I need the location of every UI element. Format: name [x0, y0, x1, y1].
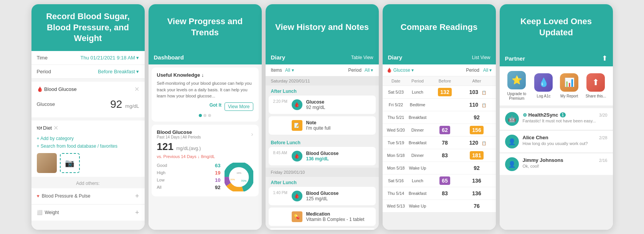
item4-value: 125 mg/dL: [306, 196, 371, 201]
close-diet-icon[interactable]: ✕: [53, 124, 58, 132]
table-row: Mon 5/18 Wake Up 92: [383, 162, 496, 175]
weight-row: ⬜ Weight +: [31, 205, 145, 221]
table-row: Wed 5/13 Wake Up 76: [383, 200, 496, 213]
search-food-link[interactable]: + Search from food database / favorites: [37, 142, 139, 150]
item1-value: 92 mg/dL: [306, 105, 371, 110]
td-before: 78: [430, 140, 460, 146]
td-date: Thu 5/21: [386, 115, 406, 120]
chat-item[interactable]: 👤 Alice Chen 2/28 How long do you usuall…: [500, 131, 613, 153]
share-action-icon: ⬆: [586, 73, 605, 92]
camera-icon: 📷: [65, 158, 74, 168]
close-glucose-icon[interactable]: ✕: [134, 86, 139, 93]
drop-icon: 💧: [534, 73, 553, 92]
partner-header: Partner ⬆: [500, 50, 613, 66]
chat-item[interactable]: 🤖 ⊕ Health2Sync 1 3/20 Fantastic! It mus…: [500, 108, 613, 130]
table-row: Fri 5/22 Bedtime 110 📋: [383, 99, 496, 111]
time-value[interactable]: Thu 01/21/2021 9:18 AM ▾: [81, 55, 139, 61]
td-period: Breakfast: [407, 140, 428, 145]
item3-title: Blood Glucose: [306, 151, 371, 156]
table-row: Mon 5/18 Dinner 83 181: [383, 149, 496, 162]
dashboard-title: Dashboard: [154, 54, 184, 61]
chat-item[interactable]: 👤 Jimmy Johnsons 2/16 Ok, cool!: [500, 153, 613, 175]
svg-text:20%: 20%: [230, 178, 235, 181]
high-label: High: [157, 170, 166, 175]
add-category-link[interactable]: + Add by category: [37, 135, 139, 142]
upgrade-item[interactable]: ⭐ Upgrade to Premium: [506, 71, 527, 101]
td-date: Thu 5/14: [386, 191, 406, 196]
screen4-header: Compare Readings: [383, 4, 496, 50]
td-after: 110 📋: [462, 102, 492, 108]
food-image: [37, 153, 57, 173]
item4-time: 1:40 PM: [273, 191, 288, 195]
report-item[interactable]: 📊 My Report: [560, 73, 578, 99]
filter-period-label: Period: [348, 68, 362, 73]
chat-content: Jimmy Johnsons 2/16 Ok, cool!: [523, 157, 608, 168]
td-after: 120 📋: [462, 140, 492, 146]
weight-label: ⬜ Weight: [37, 210, 59, 215]
screen4-body: Diary List View 🩸 Glucose ▾ Period All ▾…: [383, 50, 496, 230]
chat-text: Fantastic! It must not have been easy...: [523, 119, 608, 123]
table-row: Wed 5/20 Dinner 62 156: [383, 124, 496, 137]
item3-value: 136 mg/dL: [306, 156, 371, 161]
upgrade-label: Upgrade to Premium: [506, 92, 527, 101]
got-it-button[interactable]: Got It: [210, 102, 221, 111]
add-weight-button[interactable]: +: [135, 209, 139, 217]
period-filter-label: Period: [466, 68, 479, 73]
pie-chart: 10% 20% 70%: [225, 163, 253, 191]
glucose-filter[interactable]: 🩸 Glucose ▾: [386, 68, 414, 73]
period-row: Period Before Breakfast ▾: [31, 65, 145, 79]
filter-items-select[interactable]: All ▾: [285, 68, 294, 73]
td-date: Wed 5/20: [386, 128, 406, 132]
dashboard-header: Dashboard: [149, 50, 262, 64]
screen5-header: Keep Loved Ones Updated: [500, 4, 613, 50]
chat-list: 🤖 ⊕ Health2Sync 1 3/20 Fantastic! It mus…: [500, 106, 613, 178]
report-icon: 📊: [560, 73, 578, 92]
chevron-right-icon: ›: [251, 131, 253, 138]
td-before: 62: [430, 127, 460, 133]
compare-table: Sat 5/23 Lunch 132 103 📋 Fri 5/22 Bedtim…: [383, 86, 496, 213]
glucose-compare: vs. Previous 14 Days ↓ 8mg/dL: [157, 154, 253, 159]
diary-filter: Items All ▾ Period All ▾: [266, 64, 379, 76]
filter-period-select[interactable]: All ▾: [365, 68, 373, 73]
useful-knowledge-card: Useful Knowledge ↓ Self-monitoring of yo…: [152, 68, 259, 122]
td-period: Breakfast: [407, 191, 428, 196]
dot-3: [208, 114, 211, 117]
share-item[interactable]: ⬆ Share this...: [586, 73, 606, 99]
chat-name: Jimmy Johnsons: [523, 157, 563, 163]
td-date: Mon 5/18: [386, 153, 406, 158]
before-lunch-header: Before Lunch: [269, 137, 376, 147]
svg-text:70%: 70%: [241, 179, 246, 183]
view-more-button[interactable]: View More: [225, 102, 253, 111]
item5-title: Medication: [306, 211, 371, 217]
td-period: Lunch: [407, 90, 428, 94]
low-label: Low: [157, 178, 165, 182]
share-icon[interactable]: ⬆: [602, 54, 608, 63]
add-photo-button[interactable]: 📷: [60, 153, 80, 173]
partner-actions: ⭐ Upgrade to Premium 💧 Log A1c 📊 My Repo…: [500, 66, 613, 106]
td-period: Wake Up: [407, 204, 428, 208]
glucose-unit: mg/dL: [125, 103, 139, 109]
td-period: Dinner: [407, 153, 428, 158]
chat-avatar: 🤖: [505, 112, 519, 126]
add-blood-pressure-button[interactable]: +: [135, 192, 139, 200]
chat-content: ⊕ Health2Sync 1 3/20 Fantastic! It must …: [523, 112, 608, 123]
medication-icon: 💊: [292, 211, 302, 222]
td-after: 92: [462, 165, 492, 171]
table-row: Tue 5/19 Breakfast 78 120 📋: [383, 137, 496, 149]
time-row: Time Thu 01/21/2021 9:18 AM ▾: [31, 51, 145, 65]
diary-item-note-1: 📝 Note I'm quite full: [269, 116, 376, 135]
table-view-button[interactable]: Table View: [351, 55, 373, 60]
screen2-header: View Progress and Trends: [149, 4, 262, 50]
period-value[interactable]: Before Breakfast ▾: [98, 69, 139, 74]
date-header-1: Saturday 2020/01/11: [266, 76, 379, 86]
period-filter-select[interactable]: All ▾: [483, 68, 492, 73]
period-label: Period: [37, 69, 51, 74]
loga1c-item[interactable]: 💧 Log A1c: [534, 73, 553, 99]
td-period: Dinner: [407, 128, 428, 132]
col-after: After: [462, 79, 492, 83]
td-after: 156: [462, 127, 492, 133]
high-val: 19: [215, 170, 220, 176]
screen2-body: Dashboard Useful Knowledge ↓ Self-monito…: [149, 50, 262, 230]
list-view-button[interactable]: List View: [472, 55, 490, 60]
filter-items-label: Items: [271, 68, 282, 73]
